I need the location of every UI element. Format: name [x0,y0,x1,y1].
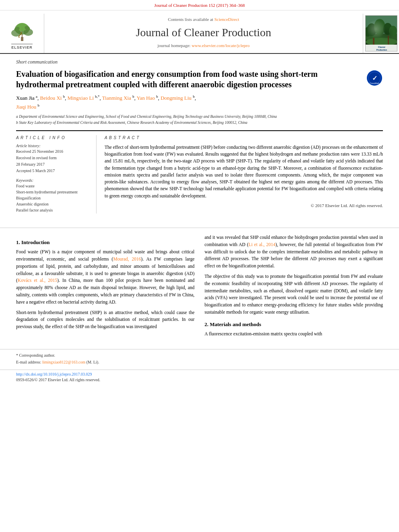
keywords-section: Keywords: Food waste Short-term hydrothe… [16,178,90,213]
accepted-date: Accepted 5 March 2017 [16,168,90,174]
body-two-col: 1. Introduction Food waste (FW) is a maj… [16,234,383,341]
author-tianming[interactable]: Tianming Xia [102,95,131,101]
article-info-heading: A R T I C L E I N F O [16,135,90,141]
article-section-label: Short communication [16,59,383,66]
journal-citation: Journal of Cleaner Production 152 (2017)… [154,3,245,8]
keyword-3: Biogasification [16,195,90,201]
body-right-col: and it was revealed that SHP could enhan… [205,234,383,341]
intro-paragraph3: and it was revealed that SHP could enhan… [205,234,383,270]
elsevier-logo-container: ELSEVIER [8,21,36,50]
li-link[interactable]: Li et al., 2014 [249,242,276,247]
received-revised-label: Received in revised form [16,155,90,161]
crossmark-svg: ✓ CrossMark [367,70,382,86]
cover-svg: Cleaner Production [366,16,397,51]
corresponding-author-note: * Corresponding author. [16,353,383,358]
affiliation-a: a Department of Environmental Science an… [16,114,383,119]
info-abstract-section: A R T I C L E I N F O Article history: R… [16,130,383,214]
section2-heading: 2. Materials and methods [205,321,383,328]
received-date: Received 25 November 2016 [16,149,90,154]
article-info-panel: A R T I C L E I N F O Article history: R… [16,135,97,214]
received-revised-date: 28 February 2017 [16,162,90,167]
article-title-row: Evaluation of biogasification and energy… [16,69,383,90]
journal-header: ELSEVIER Contents lists available at Sci… [0,10,399,54]
doi-bar: http://dx.doi.org/10.1016/j.jclepro.2017… [0,370,399,384]
issn-line: 0959-6526/© 2017 Elsevier Ltd. All right… [16,378,100,382]
header-middle: Contents lists available at ScienceDirec… [44,14,363,53]
svg-text:✓: ✓ [372,75,377,82]
elsevier-tree-icon [8,21,36,43]
svg-point-11 [367,23,376,36]
copyright: © 2017 Elsevier Ltd. All rights reserved… [105,203,383,209]
sciencedirect-link[interactable]: ScienceDirect [214,17,239,22]
article-title: Evaluation of biogasification and energy… [16,69,361,90]
authors-line: Xuan Jia a, Beidou Xi b, Mingxiao Li b,*… [16,94,383,111]
author-dongming[interactable]: Dongming Liu [160,95,191,101]
intro-paragraph1: Food waste (FW) is a major component of … [16,249,195,306]
svg-rect-18 [388,36,389,46]
email-note: E-mail address: limingxiao8122@163.com (… [16,359,383,365]
homepage-line: journal homepage: www.elsevier.com/locat… [158,43,250,49]
affiliation-b: b State Key Laboratory of Environmental … [16,120,383,125]
section2-paragraph1: A fluorescence excitation-emission matri… [205,331,383,338]
author-mingxiao[interactable]: Mingxiao Li [68,95,94,101]
keyword-5: Parallel factor analysis [16,207,90,213]
author-email-link[interactable]: limingxiao8122@163.com [42,360,85,364]
footnote-section: * Corresponding author. E-mail address: … [0,349,399,370]
svg-point-14 [389,26,397,36]
keyword-2: Short-term hydrothermal pretreatment [16,189,90,195]
svg-text:Production: Production [376,49,387,51]
journal-cover: Cleaner Production [363,14,399,53]
author-jiaqi[interactable]: Jiaqi Hou [16,104,36,110]
elsevier-logo-area: ELSEVIER [0,14,44,53]
crossmark-circle: ✓ CrossMark [367,70,382,86]
journal-cover-image: Cleaner Production [365,15,397,51]
intro-heading: 1. Introduction [16,239,195,246]
history-label: Article history: [16,143,90,149]
svg-rect-10 [366,16,397,34]
svg-point-13 [383,23,392,35]
body-left-col: 1. Introduction Food waste (FW) is a maj… [16,234,195,341]
kovacs-link[interactable]: Kovács et al., 2015 [18,278,57,283]
intro-paragraph4: The objective of this study was to promo… [205,273,383,316]
journal-title: Journal of Cleaner Production [136,25,271,40]
keywords-label: Keywords: [16,178,90,183]
abstract-section: A B S T R A C T The effect of short-term… [105,135,383,214]
svg-text:CrossMark: CrossMark [370,82,380,84]
author-yan[interactable]: Yan Hao [137,95,155,101]
elsevier-text: ELSEVIER [11,44,33,50]
svg-text:Cleaner: Cleaner [378,46,385,48]
abstract-heading: A B S T R A C T [105,135,383,141]
main-body: 1. Introduction Food waste (FW) is a maj… [0,234,399,349]
svg-point-12 [374,19,385,35]
keyword-4: Anaerobic digestion [16,201,90,207]
content-area: Short communication Evaluation of biogas… [0,54,399,222]
intro-paragraph2: Short-term hydrothermal pretreatment (SH… [16,309,195,331]
section-divider [0,228,399,228]
keyword-1: Food waste [16,183,90,189]
journal-citation-bar: Journal of Cleaner Production 152 (2017)… [0,0,399,10]
abstract-text: The effect of short-term hydrothermal pr… [105,144,383,199]
mourad-link[interactable]: Mourad, 2016 [113,257,141,261]
author-beidou[interactable]: Beidou Xi [40,95,62,101]
svg-point-15 [366,27,371,37]
sciencedirect-line: Contents lists available at ScienceDirec… [168,16,239,23]
affiliations: a Department of Environmental Science an… [16,114,383,125]
crossmark-badge[interactable]: ✓ CrossMark [367,70,383,86]
doi-link[interactable]: http://dx.doi.org/10.1016/j.jclepro.2017… [16,372,92,376]
homepage-link[interactable]: www.elsevier.com/locate/jclepro [191,43,249,48]
